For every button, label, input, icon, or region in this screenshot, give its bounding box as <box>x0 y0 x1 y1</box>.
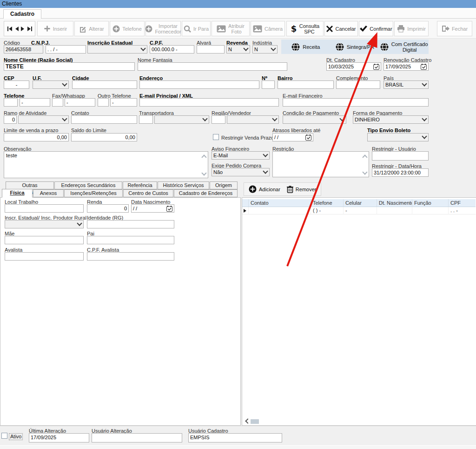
calendar-icon[interactable] <box>373 64 379 70</box>
ir-para-button[interactable]: Ir Para <box>182 21 211 36</box>
cpf-avalista-input[interactable] <box>87 252 174 261</box>
calendar-icon[interactable] <box>421 64 427 70</box>
tab-centro-de-custos[interactable]: Centro de Custos <box>123 189 173 197</box>
numero-input[interactable] <box>262 80 275 89</box>
inscricao-estadual-select[interactable] <box>87 45 147 54</box>
restringir-venda-checkbox[interactable] <box>213 134 219 140</box>
receita-button[interactable]: Receita <box>281 40 331 54</box>
forma-pagamento-select[interactable]: DINHEIRO <box>353 115 429 124</box>
scroll-up-icon[interactable] <box>202 154 206 158</box>
outro-telefone-ddd-input[interactable] <box>98 98 109 107</box>
nome-cliente-input[interactable]: TESTE <box>4 62 135 71</box>
regiao-vendedor-code-input[interactable] <box>212 115 225 124</box>
cell-funcao[interactable] <box>412 207 449 214</box>
cell-celular[interactable]: - <box>344 207 377 214</box>
ativo-checkbox[interactable] <box>1 433 7 439</box>
scrollbar-thumb[interactable] <box>251 419 259 424</box>
mae-input[interactable] <box>5 236 84 244</box>
imprimir-button[interactable]: Imprimir <box>394 21 429 36</box>
cnpj-input[interactable]: . . / - <box>46 45 86 54</box>
ramo-atividade-code-input[interactable]: 0 <box>4 115 17 124</box>
certificado-digital-button[interactable]: Com Certificado Digital <box>379 40 429 54</box>
inserir-button[interactable]: Inserir <box>37 21 73 36</box>
ultima-alteracao-input[interactable]: 17/09/2025 <box>29 433 89 442</box>
tipo-envio-boleto-select[interactable] <box>367 133 429 141</box>
fax-ddd-input[interactable] <box>52 98 63 107</box>
nav-last-button[interactable] <box>27 27 32 31</box>
codigo-input[interactable]: 266453558 <box>4 45 43 54</box>
cell-cpf[interactable]: . . - <box>449 207 476 214</box>
tab-fisica[interactable]: Física <box>2 189 33 198</box>
alterar-button[interactable]: Alterar <box>74 21 109 36</box>
telefone-num-input[interactable]: - <box>20 98 50 107</box>
tab-origem[interactable]: Origem <box>210 181 238 189</box>
consulta-spc-button[interactable]: $ Consulta SPC <box>286 21 324 36</box>
dt-cadastro-input[interactable]: 10/03/2025 <box>326 62 381 71</box>
contato-input[interactable] <box>71 115 137 124</box>
limite-venda-input[interactable]: 0,00 <box>4 133 69 141</box>
alvara-input[interactable] <box>197 45 225 54</box>
tab-outras-informacoes[interactable]: Outras Informações <box>6 181 54 189</box>
cell-contato[interactable] <box>249 207 311 214</box>
identidade-input[interactable] <box>87 220 174 228</box>
telefone-button[interactable]: Telefone <box>110 21 145 36</box>
col-celular[interactable]: Celular <box>344 199 377 207</box>
confirmar-button[interactable]: Confirmar <box>359 21 393 36</box>
atrasos-liberados-input[interactable]: / / <box>272 133 313 141</box>
complemento-input[interactable] <box>336 80 380 89</box>
col-contato[interactable]: Contato <box>249 199 311 207</box>
importar-fornecedor-button[interactable]: Importar Fornecedor <box>145 21 181 36</box>
nav-next-button[interactable] <box>21 27 25 31</box>
exige-pedido-select[interactable]: Não <box>212 168 270 176</box>
restricao-textarea[interactable] <box>272 151 369 177</box>
usuario-cadastro-input[interactable]: EMPSIS <box>188 433 282 442</box>
adicionar-button[interactable]: Adicionar <box>249 185 280 193</box>
cell-dt-nascimento[interactable] <box>377 207 412 214</box>
calendar-icon[interactable] <box>305 134 311 141</box>
nav-prev-button[interactable] <box>15 27 19 31</box>
transportadora-select[interactable] <box>154 115 209 124</box>
local-trabalho-input[interactable] <box>5 204 84 213</box>
renovacao-cadastro-input[interactable]: 17/09/2025 <box>383 62 429 71</box>
data-nascimento-input[interactable]: / / <box>131 204 174 213</box>
email-principal-input[interactable] <box>139 98 279 107</box>
email-financeiro-input[interactable] <box>283 98 429 107</box>
saldo-limite-input[interactable]: 0,00 <box>71 133 137 141</box>
telefone-ddd-input[interactable] <box>4 98 18 107</box>
tab-historico-servicos[interactable]: Histórico Serviços <box>158 181 209 189</box>
pais-select[interactable]: BRASIL <box>383 80 429 89</box>
scroll-left-icon[interactable] <box>245 418 249 424</box>
observacao-textarea[interactable]: teste <box>4 151 208 178</box>
usuario-alteracao-input[interactable] <box>92 433 182 442</box>
scroll-up-icon[interactable] <box>363 154 367 158</box>
cidade-input[interactable] <box>72 80 137 89</box>
camera-button[interactable]: Câmera <box>251 21 285 36</box>
tab-anexos[interactable]: Anexos <box>33 189 64 197</box>
col-funcao[interactable]: Função <box>412 199 449 207</box>
regiao-vendedor-select[interactable] <box>227 115 279 124</box>
fax-num-input[interactable]: - <box>65 98 95 107</box>
restringir-datahora-input[interactable]: 31/12/2000 23:00:00 <box>372 168 429 177</box>
restringir-usuario-input[interactable] <box>372 151 429 161</box>
atribuir-foto-button[interactable]: Atribuir Foto <box>212 21 250 36</box>
ramo-atividade-select[interactable] <box>18 115 69 124</box>
tab-isencoes-retencoes[interactable]: Isenções/Retenções <box>64 189 123 197</box>
cpf-input[interactable]: 000.000.0 - <box>150 45 194 54</box>
avalista-input[interactable] <box>5 252 84 261</box>
pai-input[interactable] <box>87 236 174 244</box>
transportadora-code-input[interactable] <box>139 115 153 124</box>
outro-telefone-num-input[interactable]: - <box>110 98 137 107</box>
bairro-input[interactable] <box>278 80 334 89</box>
tab-referencia[interactable]: Referência <box>123 181 157 189</box>
revenda-select[interactable]: N <box>226 45 250 54</box>
col-telefone[interactable]: Telefone <box>311 199 344 207</box>
calendar-icon[interactable] <box>166 206 172 212</box>
tab-cadastro-de-enderecos[interactable]: Cadastro de Endereços <box>174 189 238 197</box>
tab-cadastro[interactable]: Cadastro <box>3 9 41 19</box>
industria-select[interactable]: N <box>252 45 278 54</box>
inscr-produtor-select[interactable] <box>5 220 84 228</box>
scroll-down-icon[interactable] <box>202 171 206 175</box>
nav-first-button[interactable] <box>7 27 13 31</box>
cep-input[interactable]: - <box>4 80 29 89</box>
fechar-button[interactable]: Fechar <box>437 21 472 36</box>
